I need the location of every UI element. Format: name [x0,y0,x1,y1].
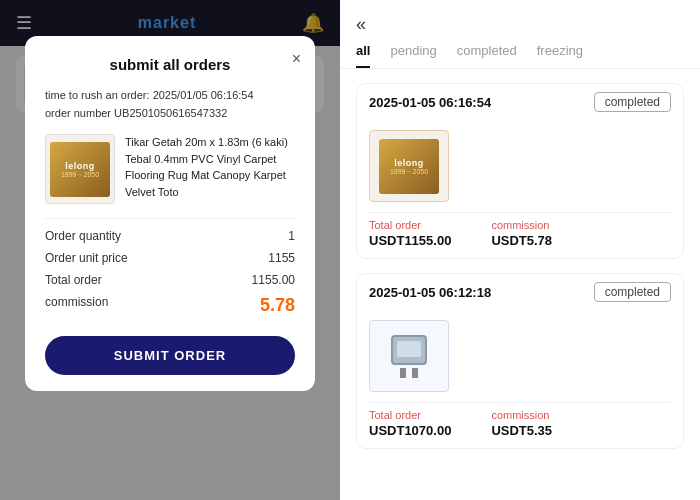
modal-overlay: submit all orders × time to rush an orde… [0,0,340,500]
lelong-logo-small: lelong 1999→2050 [379,139,439,194]
submit-order-button[interactable]: SUBMIT ORDER [45,336,295,375]
product-description: Tikar Getah 20m x 1.83m (6 kaki) Tebal 0… [125,134,295,204]
total-order-stat: Total order USDT1155.00 [369,219,451,248]
commission-stat: commission USDT5.35 [491,409,552,438]
order-date: 2025-01-05 06:16:54 [369,95,491,110]
commission-value: 5.78 [260,295,295,316]
commission-row: commission 5.78 [45,295,295,316]
time-value: 2025/01/05 06:16:54 [153,89,254,101]
orders-list: 2025-01-05 06:16:54 completed lelong 199… [340,69,700,500]
order-card-body: lelong 1999→2050 Total order USDT1155.00… [357,120,683,258]
commission-stat-value: USDT5.35 [491,423,552,438]
total-order-label: Total order [45,273,102,287]
total-order-stat-value: USDT1070.00 [369,423,451,438]
total-order-stat-value: USDT1155.00 [369,233,451,248]
tabs-bar: all pending completed freezing [340,43,700,69]
tab-all[interactable]: all [356,43,370,68]
order-product-image: lelong 1999→2050 [369,130,449,202]
product-image: lelong 1999→2050 [45,134,115,204]
order-stats: Total order USDT1155.00 commission USDT5… [369,212,671,248]
total-order-stat: Total order USDT1070.00 [369,409,451,438]
tab-completed[interactable]: completed [457,43,517,68]
right-header: « [340,0,700,43]
product-section: lelong 1999→2050 Tikar Getah 20m x 1.83m… [45,134,295,204]
order-stats: Total order USDT1070.00 commission USDT5… [369,402,671,438]
order-quantity-row: Order quantity 1 [45,229,295,243]
status-badge: completed [594,282,671,302]
commission-stat-label: commission [491,409,552,421]
divider [45,218,295,219]
order-number-label: order number [45,107,111,119]
order-unit-price-row: Order unit price 1155 [45,251,295,265]
commission-label: commission [45,295,108,316]
modal-title: submit all orders [45,56,295,73]
order-info: time to rush an order: 2025/01/05 06:16:… [45,87,295,122]
total-order-stat-label: Total order [369,409,451,421]
right-panel: « all pending completed freezing 2025-01… [340,0,700,500]
status-badge: completed [594,92,671,112]
tab-freezing[interactable]: freezing [537,43,583,68]
submit-order-modal: submit all orders × time to rush an orde… [25,36,315,391]
total-order-row: Total order 1155.00 [45,273,295,287]
order-number-value: UB2501050616547332 [114,107,227,119]
total-order-stat-label: Total order [369,219,451,231]
left-panel: ☰ market 🔔 submit all orders × time to r… [0,0,340,500]
commission-stat-label: commission [491,219,552,231]
time-label: time to rush an order: [45,89,150,101]
order-card-body: Total order USDT1070.00 commission USDT5… [357,310,683,448]
commission-stat-value: USDT5.78 [491,233,552,248]
order-unit-price-value: 1155 [268,251,295,265]
order-unit-price-label: Order unit price [45,251,128,265]
tab-pending[interactable]: pending [390,43,436,68]
commission-stat: commission USDT5.78 [491,219,552,248]
order-card: 2025-01-05 06:12:18 completed [356,273,684,449]
order-product-image [369,320,449,392]
order-quantity-value: 1 [288,229,295,243]
order-card-header: 2025-01-05 06:16:54 completed [357,84,683,120]
appliance-icon [379,329,439,384]
lelong-logo: lelong 1999→2050 [50,142,110,197]
total-order-value: 1155.00 [252,273,295,287]
order-card-header: 2025-01-05 06:12:18 completed [357,274,683,310]
order-date: 2025-01-05 06:12:18 [369,285,491,300]
close-button[interactable]: × [292,50,301,68]
back-icon[interactable]: « [356,14,366,35]
order-card: 2025-01-05 06:16:54 completed lelong 199… [356,83,684,259]
order-quantity-label: Order quantity [45,229,121,243]
